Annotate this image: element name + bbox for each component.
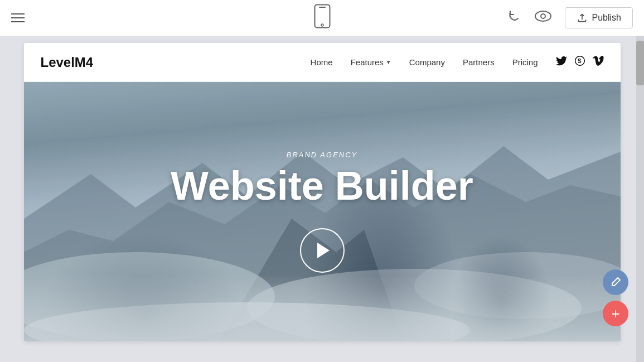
- hero-title: Website Builder: [171, 166, 473, 206]
- svg-point-3: [535, 11, 551, 21]
- edit-fab-button[interactable]: [603, 269, 628, 295]
- play-button[interactable]: [300, 228, 345, 273]
- hero-subtitle: BRAND AGENCY: [171, 151, 473, 159]
- skype-icon[interactable]: S: [575, 56, 585, 69]
- canvas-area: LevelM4 Home Features ▼ Company Partners: [0, 36, 644, 362]
- nav-item-pricing[interactable]: Pricing: [512, 57, 538, 67]
- toolbar-right: Publish: [506, 7, 633, 28]
- site-preview: LevelM4 Home Features ▼ Company Partners: [24, 43, 621, 341]
- toolbar: Publish: [0, 0, 644, 36]
- site-hero: BRAND AGENCY Website Builder: [24, 82, 621, 341]
- hero-content: BRAND AGENCY Website Builder: [171, 151, 473, 273]
- site-nav-links: Home Features ▼ Company Partners Pricing: [311, 57, 538, 67]
- mobile-preview-icon[interactable]: [314, 4, 331, 32]
- undo-icon[interactable]: [506, 8, 521, 27]
- twitter-icon[interactable]: [556, 56, 567, 69]
- svg-point-2: [321, 24, 323, 26]
- features-dropdown-icon: ▼: [386, 59, 391, 65]
- preview-icon[interactable]: [535, 10, 551, 26]
- hero-fog: [24, 274, 621, 341]
- svg-point-4: [541, 14, 545, 18]
- add-fab-button[interactable]: +: [603, 301, 628, 326]
- site-social: S: [556, 56, 604, 69]
- menu-icon[interactable]: [11, 13, 25, 22]
- nav-item-partners[interactable]: Partners: [463, 57, 495, 67]
- toolbar-center: [314, 4, 331, 32]
- toolbar-left: [11, 13, 25, 22]
- nav-item-home[interactable]: Home: [311, 57, 333, 67]
- nav-item-company[interactable]: Company: [409, 57, 445, 67]
- play-triangle-icon: [317, 243, 330, 258]
- publish-button[interactable]: Publish: [565, 7, 633, 28]
- publish-label: Publish: [592, 13, 621, 23]
- vimeo-icon[interactable]: [593, 56, 604, 69]
- site-logo: LevelM4: [41, 55, 94, 70]
- svg-text:S: S: [578, 58, 582, 64]
- site-nav: LevelM4 Home Features ▼ Company Partners: [24, 43, 621, 82]
- scrollbar-thumb[interactable]: [636, 41, 644, 85]
- nav-item-features[interactable]: Features ▼: [351, 57, 391, 67]
- scrollbar[interactable]: [636, 36, 644, 362]
